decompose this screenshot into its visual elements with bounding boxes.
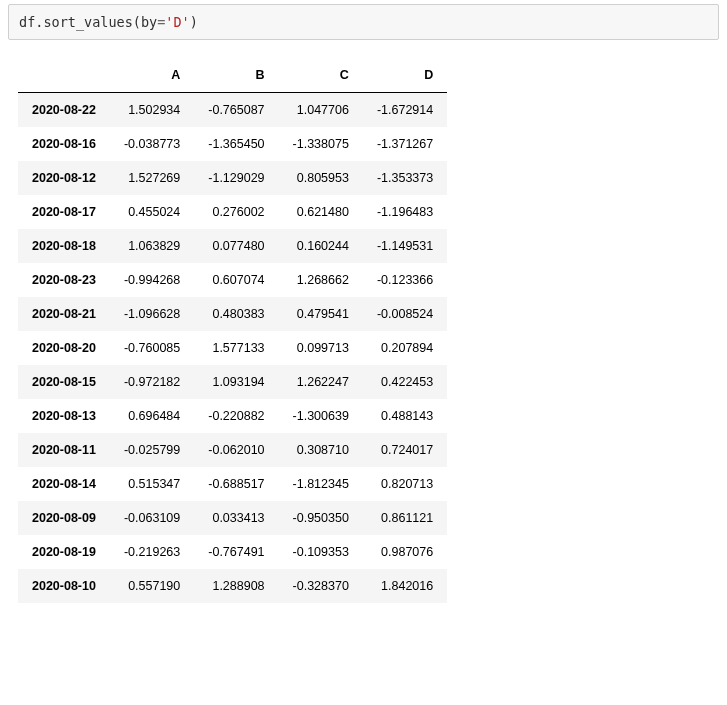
- cell: 1.047706: [279, 93, 363, 128]
- cell: -0.063109: [110, 501, 194, 535]
- cell: 0.607074: [194, 263, 278, 297]
- table-row: 2020-08-21-1.0966280.4803830.479541-0.00…: [18, 297, 447, 331]
- column-header: C: [279, 58, 363, 93]
- cell: -0.025799: [110, 433, 194, 467]
- cell: 1.262247: [279, 365, 363, 399]
- table-row: 2020-08-11-0.025799-0.0620100.3087100.72…: [18, 433, 447, 467]
- cell: -0.008524: [363, 297, 447, 331]
- cell: 0.480383: [194, 297, 278, 331]
- row-index: 2020-08-11: [18, 433, 110, 467]
- row-index: 2020-08-12: [18, 161, 110, 195]
- table-row: 2020-08-20-0.7600851.5771330.0997130.207…: [18, 331, 447, 365]
- cell: -0.972182: [110, 365, 194, 399]
- index-header-blank: [18, 58, 110, 93]
- table-body: 2020-08-221.502934-0.7650871.047706-1.67…: [18, 93, 447, 604]
- cell: 1.093194: [194, 365, 278, 399]
- table-row: 2020-08-19-0.219263-0.767491-0.1093530.9…: [18, 535, 447, 569]
- code-kwarg: by: [141, 14, 157, 30]
- table-row: 2020-08-121.527269-1.1290290.805953-1.35…: [18, 161, 447, 195]
- cell: -1.300639: [279, 399, 363, 433]
- cell: 0.422453: [363, 365, 447, 399]
- code-object: df: [19, 14, 35, 30]
- table-row: 2020-08-09-0.0631090.033413-0.9503500.86…: [18, 501, 447, 535]
- column-header: B: [194, 58, 278, 93]
- row-index: 2020-08-10: [18, 569, 110, 603]
- row-index: 2020-08-09: [18, 501, 110, 535]
- cell: -1.149531: [363, 229, 447, 263]
- code-cell[interactable]: df.sort_values(by='D'): [8, 4, 719, 40]
- cell: 0.820713: [363, 467, 447, 501]
- cell: -1.353373: [363, 161, 447, 195]
- cell: 1.577133: [194, 331, 278, 365]
- table-row: 2020-08-130.696484-0.220882-1.3006390.48…: [18, 399, 447, 433]
- column-header: A: [110, 58, 194, 93]
- cell: 0.276002: [194, 195, 278, 229]
- cell: -0.123366: [363, 263, 447, 297]
- row-index: 2020-08-19: [18, 535, 110, 569]
- cell: 0.987076: [363, 535, 447, 569]
- cell: -1.371267: [363, 127, 447, 161]
- cell: -1.196483: [363, 195, 447, 229]
- cell: -1.672914: [363, 93, 447, 128]
- cell: 1.063829: [110, 229, 194, 263]
- table-header: ABCD: [18, 58, 447, 93]
- cell: -0.038773: [110, 127, 194, 161]
- cell: -1.129029: [194, 161, 278, 195]
- table-row: 2020-08-170.4550240.2760020.621480-1.196…: [18, 195, 447, 229]
- cell: 0.724017: [363, 433, 447, 467]
- output-area: ABCD 2020-08-221.502934-0.7650871.047706…: [0, 40, 727, 611]
- row-index: 2020-08-18: [18, 229, 110, 263]
- row-index: 2020-08-16: [18, 127, 110, 161]
- cell: -0.328370: [279, 569, 363, 603]
- cell: -0.760085: [110, 331, 194, 365]
- cell: 0.488143: [363, 399, 447, 433]
- code-arg: 'D': [165, 14, 189, 30]
- cell: 1.268662: [279, 263, 363, 297]
- table-row: 2020-08-181.0638290.0774800.160244-1.149…: [18, 229, 447, 263]
- cell: 0.515347: [110, 467, 194, 501]
- column-header: D: [363, 58, 447, 93]
- cell: -0.109353: [279, 535, 363, 569]
- table-row: 2020-08-23-0.9942680.6070741.268662-0.12…: [18, 263, 447, 297]
- cell: -0.062010: [194, 433, 278, 467]
- cell: 0.479541: [279, 297, 363, 331]
- cell: 0.207894: [363, 331, 447, 365]
- row-index: 2020-08-13: [18, 399, 110, 433]
- cell: 0.696484: [110, 399, 194, 433]
- table-row: 2020-08-15-0.9721821.0931941.2622470.422…: [18, 365, 447, 399]
- cell: -0.219263: [110, 535, 194, 569]
- dataframe-table: ABCD 2020-08-221.502934-0.7650871.047706…: [18, 58, 447, 603]
- cell: -0.765087: [194, 93, 278, 128]
- table-row: 2020-08-100.5571901.288908-0.3283701.842…: [18, 569, 447, 603]
- table-row: 2020-08-140.515347-0.688517-1.8123450.82…: [18, 467, 447, 501]
- cell: -0.994268: [110, 263, 194, 297]
- row-index: 2020-08-14: [18, 467, 110, 501]
- cell: 1.288908: [194, 569, 278, 603]
- cell: 0.160244: [279, 229, 363, 263]
- cell: -0.220882: [194, 399, 278, 433]
- table-row: 2020-08-221.502934-0.7650871.047706-1.67…: [18, 93, 447, 128]
- cell: 0.805953: [279, 161, 363, 195]
- cell: 0.455024: [110, 195, 194, 229]
- code-method: sort_values: [43, 14, 132, 30]
- cell: 0.308710: [279, 433, 363, 467]
- cell: 0.099713: [279, 331, 363, 365]
- row-index: 2020-08-22: [18, 93, 110, 128]
- cell: 0.557190: [110, 569, 194, 603]
- cell: -1.096628: [110, 297, 194, 331]
- cell: 1.842016: [363, 569, 447, 603]
- row-index: 2020-08-15: [18, 365, 110, 399]
- row-index: 2020-08-20: [18, 331, 110, 365]
- row-index: 2020-08-17: [18, 195, 110, 229]
- cell: 1.502934: [110, 93, 194, 128]
- table-row: 2020-08-16-0.038773-1.365450-1.338075-1.…: [18, 127, 447, 161]
- cell: -0.688517: [194, 467, 278, 501]
- cell: -1.365450: [194, 127, 278, 161]
- cell: 1.527269: [110, 161, 194, 195]
- cell: 0.861121: [363, 501, 447, 535]
- cell: 0.033413: [194, 501, 278, 535]
- row-index: 2020-08-23: [18, 263, 110, 297]
- cell: -0.767491: [194, 535, 278, 569]
- cell: 0.077480: [194, 229, 278, 263]
- cell: -1.338075: [279, 127, 363, 161]
